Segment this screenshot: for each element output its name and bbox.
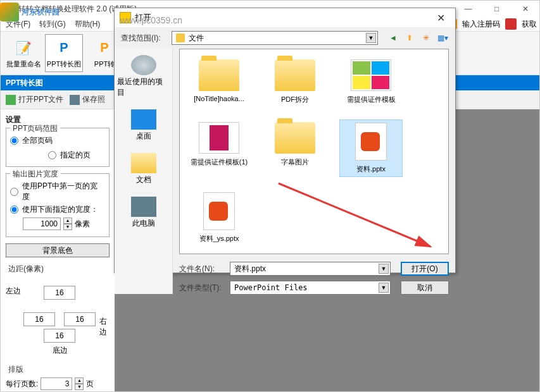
app-icon (4, 4, 15, 14)
margin-right-input[interactable]: 16 (64, 312, 96, 326)
rename-icon: 📝 (13, 38, 34, 58)
margin-bottom-input[interactable]: 16 (44, 329, 75, 343)
documents-icon (131, 153, 156, 173)
thumbnail-icon (351, 59, 391, 91)
settings-panel: 设置 PPT页码范围 全部页码 指定的页 输出图片宽度 使用PPT中第一页的宽度… (1, 109, 115, 391)
chevron-down-icon: ▼ (379, 264, 389, 274)
active-tab[interactable]: PPT转长图 (6, 78, 43, 89)
dialog-titlebar: 打开 ✕ (115, 8, 455, 27)
menu-file[interactable]: 文件(F) (6, 19, 30, 30)
close-button[interactable]: ✕ (511, 1, 539, 17)
view-menu-button[interactable]: ▦▾ (436, 32, 449, 44)
get-link[interactable]: 获取 (522, 19, 537, 30)
radio-specify-pages[interactable] (48, 151, 56, 159)
ppt-other-icon: P (94, 38, 115, 58)
pc-icon (131, 197, 156, 217)
layout-group: 排版 每行页数: ▲▼ 页 第一页占满图片宽度 水平间距: ▲▼ 像素 (6, 364, 110, 391)
open-ppt-button[interactable]: 打开PPT文件 (6, 94, 63, 105)
recent-icon (131, 55, 156, 75)
background-color-button[interactable]: 背景底色 (6, 243, 110, 257)
folder-icon (275, 59, 315, 91)
dialog-title: 打开 (135, 12, 431, 23)
margins-group: 边距(像素) 顶边 16 左边 16 16 右边 16 底边 (6, 264, 110, 362)
look-in-combo[interactable]: 文件 ▼ (172, 31, 378, 45)
thumbnail-icon (199, 122, 239, 154)
filetype-combo[interactable]: PowerPoint Files ▼ (230, 281, 391, 295)
folder-icon (275, 122, 315, 154)
radio-all-pages[interactable] (10, 137, 18, 145)
filename-combo[interactable]: 资料.pptx ▼ (230, 262, 391, 276)
chevron-down-icon: ▼ (379, 283, 389, 293)
per-row-input[interactable] (41, 377, 72, 390)
menu-goto[interactable]: 转到(G) (39, 19, 65, 30)
minimize-button[interactable]: — (454, 1, 482, 17)
dialog-folder-icon (120, 12, 131, 23)
width-input[interactable] (23, 217, 61, 230)
tool-ppt-long[interactable]: P PPT转长图 (45, 34, 83, 72)
topbar-right: 输入注册码 获取 (447, 18, 537, 30)
places-bar: 最近使用的项目 桌面 文档 此电脑 (115, 49, 173, 294)
place-recent[interactable]: 最近使用的项目 (115, 52, 172, 101)
cart-icon[interactable] (505, 18, 517, 30)
chevron-down-icon: ▼ (366, 33, 376, 43)
file-item-pptx[interactable]: P 资料_ys.pptx (187, 190, 251, 246)
cancel-button[interactable]: 取消 (401, 281, 449, 295)
page-range-group: PPT页码范围 全部页码 指定的页 (6, 128, 110, 167)
open-folder-icon (6, 95, 16, 105)
file-item-folder[interactable]: PDF拆分 (263, 57, 327, 107)
new-folder-button[interactable]: ✳ (420, 32, 432, 44)
folder-icon (199, 59, 239, 91)
open-dialog: 打开 ✕ 查找范围(I): 文件 ▼ ◄ ⬆ ✳ ▦▾ 最近使用的项目 桌面 (114, 8, 456, 273)
maximize-button[interactable]: □ (482, 1, 511, 17)
ppt-long-icon: P (54, 38, 74, 58)
dialog-close-button[interactable]: ✕ (431, 12, 450, 24)
back-button[interactable]: ◄ (387, 32, 399, 44)
per-row-spinner[interactable]: ▲▼ (75, 377, 84, 390)
desktop-icon (131, 109, 156, 130)
radio-use-first-width[interactable] (10, 188, 18, 196)
file-item-folder[interactable]: 字幕图片 (263, 119, 327, 177)
place-documents[interactable]: 文档 (129, 150, 159, 188)
look-in-row: 查找范围(I): 文件 ▼ ◄ ⬆ ✳ ▦▾ (115, 27, 455, 49)
place-desktop[interactable]: 桌面 (129, 107, 159, 144)
pptx-icon: P (355, 123, 387, 161)
pptx-icon: P (203, 192, 235, 230)
file-item-folder[interactable]: 需提供证件模板 (339, 57, 403, 107)
file-item-pptx-selected[interactable]: P 资料.pptx (339, 119, 403, 177)
menu-help[interactable]: 帮助(H) (75, 19, 101, 30)
width-spinner[interactable]: ▲▼ (63, 217, 72, 230)
file-item-folder[interactable]: [NoTitle]haoka... (187, 57, 251, 107)
save-image-button[interactable]: 保存照 (70, 94, 105, 105)
tool-batch-rename[interactable]: 📝 批量重命名 (4, 34, 42, 72)
file-item-folder[interactable]: 需提供证件模板(1) (187, 119, 251, 177)
place-this-pc[interactable]: 此电脑 (129, 194, 159, 231)
output-width-group: 输出图片宽度 使用PPT中第一页的宽度 使用下面指定的宽度： ▲▼ 像素 (6, 173, 110, 237)
file-list[interactable]: [NoTitle]haoka... PDF拆分 需提供证件模板 需提供证件模板(… (179, 49, 449, 254)
register-link[interactable]: 输入注册码 (462, 19, 500, 30)
open-button[interactable]: 打开(O) (401, 262, 449, 276)
margin-left-input[interactable]: 16 (23, 312, 55, 326)
radio-use-below-width[interactable] (10, 205, 18, 214)
up-button[interactable]: ⬆ (403, 32, 416, 44)
margin-top-input[interactable]: 16 (44, 286, 75, 300)
folder-small-icon (176, 34, 185, 42)
save-icon (70, 95, 80, 105)
